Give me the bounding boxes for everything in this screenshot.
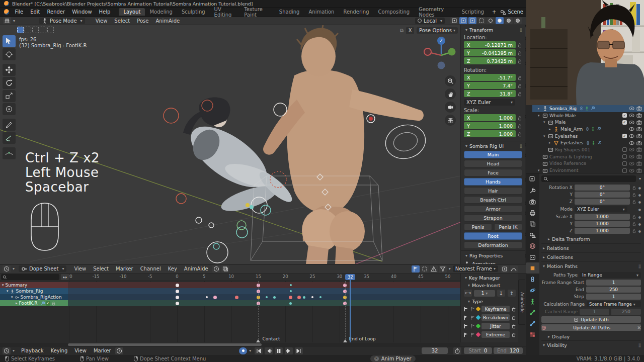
outliner-row[interactable]: ▾Environment xyxy=(532,167,644,173)
rotation-2-field[interactable]: 0° xyxy=(575,199,630,205)
expander-icon[interactable]: ▸ xyxy=(538,107,542,111)
keyframe[interactable] xyxy=(176,302,179,305)
deselect-flag-icon[interactable] xyxy=(470,332,475,337)
blender-menu-icon[interactable] xyxy=(4,9,9,15)
workspace-tab-modeling[interactable]: Modeling xyxy=(145,8,177,16)
properties-tab-constraints[interactable] xyxy=(526,274,539,285)
outliner-row[interactable]: Camera & Lighting xyxy=(532,153,644,160)
filter-dropdown[interactable]: ▾ xyxy=(639,176,641,181)
expander-icon[interactable]: ▸ xyxy=(549,127,553,131)
jump-end-button[interactable] xyxy=(295,347,303,354)
keyframe[interactable] xyxy=(343,284,347,287)
keyframe[interactable] xyxy=(257,296,260,299)
rig-button-root[interactable]: Root xyxy=(464,232,522,240)
keyframe[interactable] xyxy=(257,284,260,287)
channel-row-footik.r[interactable]: ▸FootIK.R✓ xyxy=(0,300,460,306)
dopesheet-mode-select[interactable]: Dope Sheet▾ xyxy=(19,265,66,272)
section-relations[interactable]: ▸Relations xyxy=(541,243,641,252)
exclude-checkbox[interactable]: ✓ xyxy=(622,113,627,118)
mirror-x-button[interactable]: X xyxy=(406,27,414,34)
transform-rotation-z-field[interactable]: Z31.8° xyxy=(464,90,516,97)
hide-eye-icon[interactable] xyxy=(629,168,634,173)
outliner-row[interactable]: Video Reference xyxy=(532,160,644,167)
keyframe[interactable] xyxy=(343,296,347,299)
lock-open-icon[interactable] xyxy=(517,92,522,97)
transform-scale-x-field[interactable]: X1.000 xyxy=(464,114,516,121)
workspace-tab-rendering[interactable]: Rendering xyxy=(339,8,373,16)
move-insert-header[interactable]: ▾Move-Insert xyxy=(466,283,516,288)
rig-ui-panel-header[interactable]: ▾Sombra Rig UI⣿ xyxy=(464,143,522,149)
lock-open-icon[interactable] xyxy=(517,116,522,121)
channel-filter-icon[interactable]: ↔ xyxy=(61,274,69,280)
mode-select[interactable]: Pose Mode▾ xyxy=(39,18,85,24)
select-flag-icon[interactable] xyxy=(463,332,468,337)
rig-button-penis-ik[interactable]: Penis IK xyxy=(494,223,522,231)
select-flag-icon[interactable] xyxy=(463,315,468,320)
expander-icon[interactable]: ▾ xyxy=(543,134,548,138)
tool-annotate-button[interactable] xyxy=(3,119,16,131)
rig-button-armor[interactable]: Armor xyxy=(464,205,522,213)
timeline-menu-marker[interactable]: Marker xyxy=(90,348,115,353)
scale-1-field[interactable]: 1.000 xyxy=(575,221,630,227)
disable-render-camera-icon[interactable] xyxy=(636,147,642,152)
properties-tab-render[interactable] xyxy=(526,196,539,207)
keyframe[interactable] xyxy=(206,296,208,298)
sync-clock-icon[interactable] xyxy=(115,347,123,354)
hide-eye-icon[interactable] xyxy=(629,113,634,118)
channel-label[interactable]: ▾Sombra_Rig xyxy=(0,288,68,294)
hide-eye-icon[interactable] xyxy=(629,154,634,159)
dopesheet-sidebar-tab[interactable]: AnimAide xyxy=(518,280,525,326)
update-path-button[interactable]: Update Path xyxy=(541,316,641,323)
update-all-paths-button[interactable]: Update All Paths✕ xyxy=(541,324,641,331)
properties-search-input[interactable] xyxy=(541,175,636,182)
dopesheet-content[interactable]: -20-15-10-505101520253035404550 ▾Summary… xyxy=(0,274,460,342)
select-mode-extend[interactable] xyxy=(25,27,31,33)
lock-open-icon[interactable] xyxy=(632,193,636,197)
select-flag-icon[interactable] xyxy=(463,307,468,312)
disable-render-camera-icon[interactable] xyxy=(636,113,642,118)
deselect-flag-icon[interactable] xyxy=(470,324,475,329)
select-mode-subtract[interactable] xyxy=(32,27,39,33)
hide-eye-icon[interactable] xyxy=(629,147,634,152)
tool-scale-button[interactable] xyxy=(3,90,16,102)
key-manager-header[interactable]: ▾Key Manager xyxy=(463,275,516,281)
anim-player-chip[interactable]: ✕ Anim Player xyxy=(370,355,416,362)
frame-start-field[interactable]: Start0 xyxy=(464,347,492,354)
transform-scale-z-field[interactable]: Z1.000 xyxy=(464,130,516,137)
keyframe[interactable] xyxy=(343,302,347,305)
keyframe[interactable] xyxy=(176,290,179,293)
clear-paths-x-button[interactable]: ✕ xyxy=(637,325,641,330)
delete-type-icon[interactable] xyxy=(511,332,516,337)
mp-0-field[interactable]: 1 xyxy=(586,280,641,286)
editor-type-properties-icon[interactable] xyxy=(529,175,539,182)
properties-tab-object[interactable] xyxy=(526,262,539,274)
rig-button-main[interactable]: Main xyxy=(464,151,522,158)
disable-render-camera-icon[interactable] xyxy=(636,161,642,166)
rotation-1-field[interactable]: 0° xyxy=(575,192,630,198)
visibility-section[interactable]: ▾Visibility⣿ xyxy=(541,340,641,349)
select-mode-invert[interactable] xyxy=(40,27,46,33)
expander-icon[interactable]: ▸ xyxy=(16,301,18,305)
auto-key-record-button[interactable] xyxy=(239,347,247,354)
properties-tab-texture[interactable] xyxy=(526,329,539,340)
editor-type-dopesheet-icon[interactable] xyxy=(3,265,11,273)
channel-row-sombra_rigaction[interactable]: ▾Sombra_RigAction xyxy=(0,294,460,300)
outliner-row[interactable]: ▾Eyelashes✓ xyxy=(532,133,644,140)
filter-funnel-icon[interactable] xyxy=(439,265,447,273)
outliner-row[interactable]: ▾Whole Male✓ xyxy=(532,112,644,119)
outliner-row[interactable]: ▸Eyelashes xyxy=(532,139,644,146)
expander-icon[interactable]: ▾ xyxy=(538,114,542,118)
camera-view-icon[interactable] xyxy=(445,102,456,113)
dopesheet-menu-channel[interactable]: Channel xyxy=(137,266,165,272)
viewport-menu-select[interactable]: Select xyxy=(111,18,133,24)
menu-window[interactable]: Window xyxy=(68,9,95,15)
section-collections[interactable]: ▸Collections xyxy=(541,252,641,261)
transform-rotation-x-field[interactable]: X-51.7° xyxy=(464,74,516,81)
workspace-tab-compositing[interactable]: Compositing xyxy=(374,8,415,16)
hide-eye-icon[interactable] xyxy=(629,106,634,111)
tool-transform-button[interactable] xyxy=(3,103,16,115)
copy-channels-icon[interactable] xyxy=(221,265,229,273)
use-preview-range-icon[interactable] xyxy=(453,347,461,354)
deselect-flag-icon[interactable] xyxy=(470,307,475,312)
rig-button-penis[interactable]: Penis xyxy=(464,223,492,231)
